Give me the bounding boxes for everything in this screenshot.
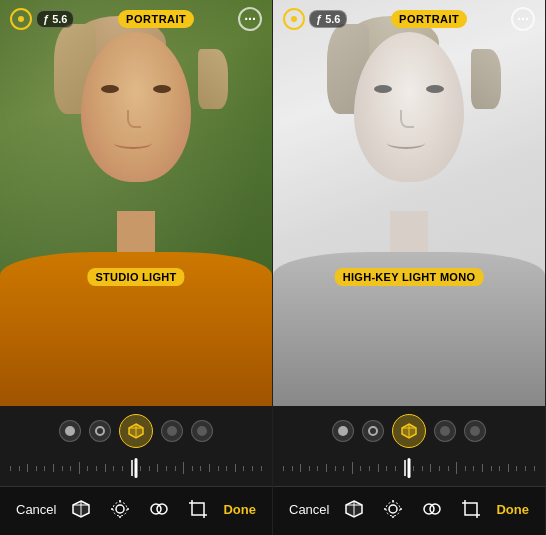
right-done-button[interactable]: Done (496, 502, 529, 517)
tick (534, 466, 535, 471)
right-eye-right (426, 85, 444, 93)
tick (200, 466, 201, 471)
tick (422, 466, 423, 471)
left-portrait-badge: PORTRAIT (118, 10, 194, 28)
cube-icon-right (400, 422, 418, 440)
cube-toolbar-icon-right (343, 498, 365, 520)
left-aperture-value[interactable]: ƒ 5.6 (36, 10, 74, 28)
right-slider-handle[interactable] (408, 458, 411, 478)
sun-toolbar-icon-right (382, 498, 404, 520)
left-cube-tool[interactable] (67, 495, 95, 523)
left-toolbar: Cancel (0, 486, 272, 535)
right-bottom-controls: Cancel (273, 406, 545, 535)
right-top-bar: ƒ 5.6 PORTRAIT ··· (273, 0, 545, 38)
right-aperture-value[interactable]: ƒ 5.6 (309, 10, 347, 28)
tick (300, 464, 301, 472)
tick (292, 466, 293, 471)
right-eye-left (153, 85, 171, 93)
tick (352, 462, 353, 474)
tick (335, 466, 336, 471)
tick (439, 466, 440, 471)
tick (218, 466, 219, 471)
small1-icon (167, 426, 177, 436)
tick (465, 466, 466, 471)
svg-point-13 (157, 504, 167, 514)
ring-icon (95, 426, 105, 436)
left-effect-small2[interactable] (191, 420, 213, 442)
tick (360, 466, 361, 471)
left-slider-track[interactable] (8, 456, 264, 480)
left-effect-natural[interactable] (59, 420, 81, 442)
tick (508, 464, 509, 472)
left-top-bar: ƒ 5.6 PORTRAIT ··· (0, 0, 272, 38)
right-slider-area[interactable] (273, 452, 545, 486)
right-effect-natural[interactable] (332, 420, 354, 442)
tick (79, 462, 80, 474)
tick (44, 466, 45, 471)
tick (166, 466, 167, 471)
mouth-left (114, 137, 152, 149)
left-portrait (0, 0, 272, 406)
right-cancel-button[interactable]: Cancel (289, 502, 329, 517)
tick (149, 466, 150, 471)
left-effect-label: STUDIO LIGHT (87, 268, 184, 286)
svg-point-26 (386, 502, 400, 516)
svg-rect-14 (192, 503, 204, 515)
left-cancel-button[interactable]: Cancel (16, 502, 56, 517)
right-more-button[interactable]: ··· (511, 7, 535, 31)
left-effect-small1[interactable] (161, 420, 183, 442)
left-done-button[interactable]: Done (223, 502, 256, 517)
tick (105, 464, 106, 472)
crop-toolbar-icon-right (460, 498, 482, 520)
small2-icon-r (470, 426, 480, 436)
left-effects-row (0, 406, 272, 452)
tick (386, 466, 387, 471)
right-portrait (273, 0, 545, 406)
tick (283, 466, 284, 471)
tick (378, 464, 379, 472)
right-toolbar: Cancel (273, 486, 545, 535)
left-slider-area[interactable] (0, 452, 272, 486)
tick (491, 466, 492, 471)
tick (235, 464, 236, 472)
right-effect-cube-selected[interactable] (392, 414, 426, 448)
right-sun-tool[interactable] (379, 495, 407, 523)
tick (261, 466, 262, 471)
left-crop-tool[interactable] (184, 495, 212, 523)
small1-icon-r (440, 426, 450, 436)
right-effect-small2[interactable] (464, 420, 486, 442)
tick (10, 466, 11, 471)
right-crop-tool[interactable] (457, 495, 485, 523)
right-slider-track[interactable] (281, 456, 537, 480)
left-more-button[interactable]: ··· (238, 7, 262, 31)
tick (395, 466, 396, 471)
tick (473, 466, 474, 471)
tick (113, 466, 114, 471)
left-eye-left (101, 85, 119, 93)
left-effect-ring[interactable] (89, 420, 111, 442)
right-effect-ring[interactable] (362, 420, 384, 442)
right-portrait-badge: PORTRAIT (391, 10, 467, 28)
tick-center (131, 460, 133, 476)
natural-icon (65, 426, 75, 436)
left-aperture-badge: ƒ 5.6 (10, 8, 74, 30)
left-aperture-circle (10, 8, 32, 30)
right-aperture-circle (283, 8, 305, 30)
right-effect-small1[interactable] (434, 420, 456, 442)
right-cube-tool[interactable] (340, 495, 368, 523)
left-photo-area: ƒ 5.6 PORTRAIT ··· STUDIO LIGHT (0, 0, 272, 406)
crop-toolbar-icon-left (187, 498, 209, 520)
right-filter-tool[interactable] (418, 495, 446, 523)
left-filter-tool[interactable] (145, 495, 173, 523)
right-panel: ƒ 5.6 PORTRAIT ··· HIGH-KEY LIGHT MONO (273, 0, 546, 535)
left-slider-handle[interactable] (135, 458, 138, 478)
left-sun-tool[interactable] (106, 495, 134, 523)
tick (62, 466, 63, 471)
tick (326, 464, 327, 472)
left-effect-cube-selected[interactable] (119, 414, 153, 448)
tick (175, 466, 176, 471)
tick (317, 466, 318, 471)
tick (456, 462, 457, 474)
tick (183, 462, 184, 474)
tick (27, 464, 28, 472)
